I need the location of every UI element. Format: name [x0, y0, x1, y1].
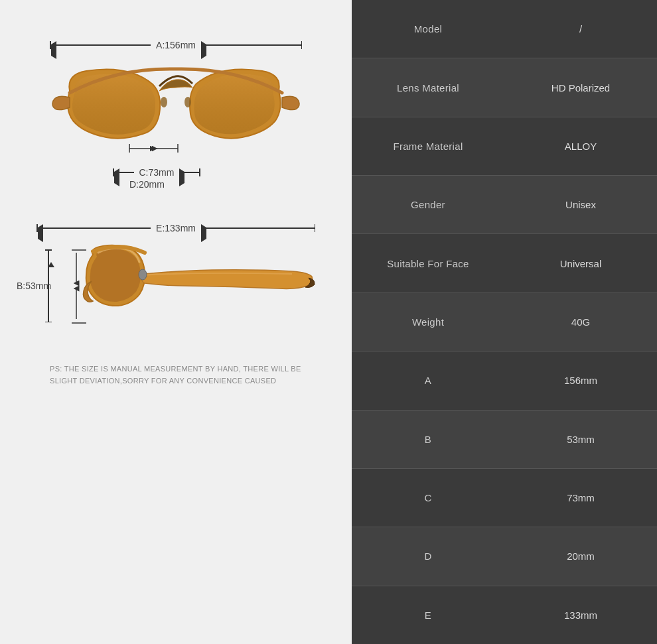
spec-label: Weight — [352, 316, 504, 328]
c-measurement: C:73mm — [113, 167, 200, 178]
side-glasses-svg — [66, 238, 319, 341]
spec-value: 20mm — [504, 550, 657, 562]
e-tick-right — [315, 224, 316, 232]
tick-right — [301, 41, 303, 49]
spec-label: Lens Material — [352, 82, 504, 94]
spec-row: E133mm — [352, 586, 657, 644]
spec-value: ALLOY — [504, 141, 657, 152]
d-label: D:20mm — [129, 179, 165, 190]
left-panel: A:156mm — [0, 0, 352, 644]
a-label: A:156mm — [151, 40, 201, 50]
spec-value: 53mm — [504, 434, 657, 445]
spec-row: D20mm — [352, 527, 657, 586]
e-measurement: E:133mm — [36, 223, 315, 233]
spec-label: E — [352, 610, 504, 621]
spec-value: HD Polarized — [504, 82, 657, 94]
e-arrow-right — [201, 227, 315, 229]
spec-label: B — [352, 434, 504, 445]
bottom-dims: C:73mm D:20mm — [50, 167, 302, 190]
spec-value: Universal — [504, 258, 657, 269]
c-label: C:73mm — [134, 167, 180, 178]
spec-label: Suitable For Face — [352, 258, 504, 269]
spec-label: A — [352, 375, 504, 386]
b-label: B:53mm — [17, 281, 51, 291]
spec-value: 73mm — [504, 492, 657, 503]
spec-row: GenderUnisex — [352, 176, 657, 234]
spec-value: 40G — [504, 316, 657, 328]
svg-point-6 — [139, 269, 147, 280]
spec-row: B53mm — [352, 411, 657, 469]
svg-point-0 — [161, 97, 167, 107]
c-arrow-right — [179, 172, 199, 173]
side-view-area: B:53mm — [33, 237, 319, 344]
spec-label: D — [352, 550, 504, 562]
spec-value: Unisex — [504, 199, 657, 210]
spec-value: / — [504, 23, 657, 34]
top-measurement-section: A:156mm — [27, 40, 325, 223]
svg-point-1 — [184, 97, 191, 107]
spec-row: Model/ — [352, 0, 657, 58]
spec-value: 156mm — [504, 375, 657, 386]
spec-value: 133mm — [504, 610, 657, 621]
right-panel: Model/Lens MaterialHD PolarizedFrame Mat… — [352, 0, 657, 644]
glasses-front-view — [50, 54, 302, 161]
spec-row: Frame MaterialALLOY — [352, 117, 657, 176]
side-glasses-container — [66, 238, 319, 344]
c-tick-right — [199, 168, 200, 176]
spec-row: C73mm — [352, 469, 657, 527]
spec-row: Suitable For FaceUniversal — [352, 234, 657, 292]
front-glasses-svg — [50, 54, 302, 161]
spec-row: Lens MaterialHD Polarized — [352, 58, 657, 117]
arrow-left — [51, 44, 151, 46]
e-arrow-left — [38, 227, 151, 229]
spec-label: Model — [352, 23, 504, 34]
ps-note: PS: THE SIZE IS MANUAL MEASUREMENT BY HA… — [50, 363, 302, 387]
spec-label: Frame Material — [352, 141, 504, 152]
arrow-right — [201, 44, 301, 46]
spec-row: A156mm — [352, 352, 657, 410]
spec-label: C — [352, 492, 504, 503]
b-tick-bottom — [45, 322, 52, 323]
spec-table: Model/Lens MaterialHD PolarizedFrame Mat… — [352, 0, 657, 644]
side-section: E:133mm B:53mm — [27, 223, 325, 387]
spec-row: Weight40G — [352, 293, 657, 352]
e-label: E:133mm — [151, 223, 201, 233]
c-arrow-left — [114, 172, 134, 173]
spec-label: Gender — [352, 199, 504, 210]
a-measurement: A:156mm — [50, 40, 302, 50]
